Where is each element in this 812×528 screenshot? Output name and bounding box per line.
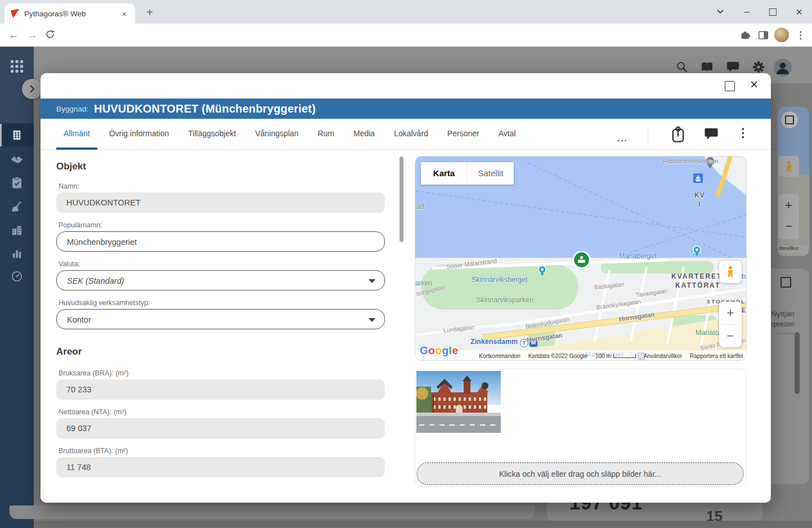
zoom-out-button[interactable]: − [719,325,742,347]
map-label: EN [742,307,747,314]
field-label: Populärnamn: [56,221,385,229]
sidebar-expand-button[interactable] [22,79,42,99]
dialog-close-button[interactable]: × [747,77,761,92]
map-labels: RiddarholmskyrkanadSöder MälarstrandSkin… [415,156,747,361]
sidebar-item-cleaning[interactable] [0,195,34,218]
map-attribution-item[interactable]: Användarvillkor [644,353,682,359]
field-select[interactable]: SEK (Standard) [56,270,385,290]
attachments-icon[interactable] [671,126,685,143]
tab-tillaggsobjekt[interactable]: Tilläggsobjekt [181,119,243,150]
map-attribution-item[interactable]: Kortkommandon [479,353,520,359]
general-form: Objekt Namn:HUVUDKONTORETPopulärnamn:Mün… [56,158,385,486]
maximize-icon [769,8,777,16]
browser-menu-kebab-icon[interactable]: ⋮ [796,29,805,41]
sidebar-item-dashboard[interactable] [0,265,34,288]
field-label: Huvudsaklig verksamhetstyp: [56,299,385,307]
form-field: Valuta:SEK (Standard) [56,260,385,290]
map-label: Bastugatan [594,280,624,290]
background-scrollbar[interactable] [795,332,800,394]
form-scrollbar[interactable] [400,156,403,242]
map-label: I [698,200,700,208]
zoom-out-icon[interactable]: − [778,217,799,239]
field-input: 11 748 [56,457,385,477]
apps-grid-icon[interactable] [0,55,34,78]
tabs-overflow-button[interactable]: ... [617,133,628,143]
bar-chart-icon [11,248,23,259]
extensions-puzzle-icon[interactable] [740,30,751,41]
map-label: Lundagatan [443,323,475,334]
side-panel-icon[interactable] [758,30,769,41]
handshake-icon [11,155,23,163]
map-label: Riddarholmskyrkan [663,158,718,164]
building-photo[interactable] [416,371,501,433]
image-dropzone[interactable]: Klicka och välj eller drag och släpp bil… [416,462,744,485]
reload-icon[interactable] [45,30,55,40]
dialog-title: HUVUDKONTORET (Münchenbryggeriet) [94,102,316,115]
map-type-control[interactable]: Karta Satellit [421,162,514,185]
background-zoom-control[interactable]: + − [778,194,799,239]
sidebar-item-agreements[interactable] [0,148,34,171]
google-map[interactable]: TM TM RiddarholmskyrkanadSöder Mälarstra… [415,156,747,361]
map-zoom-control[interactable]: + − [719,302,742,347]
field-label: Bruksarea (BRA): (m²) [56,369,385,377]
sidebar-item-properties[interactable] [0,219,34,241]
tab-ovrig-information[interactable]: Övrig information [102,119,177,150]
map-label: ad [416,203,424,211]
tab-allmant[interactable]: Allmänt [56,119,97,150]
chat-icon[interactable] [727,61,739,73]
expand-panel-icon[interactable] [780,277,791,288]
object-type-label: Byggnad: [56,105,88,113]
browser-tab[interactable]: Pythagoras® Web × [5,3,135,24]
tab-vaningsplan[interactable]: Våningsplan [248,119,306,150]
comments-icon[interactable] [705,128,718,140]
sidebar [0,47,34,528]
sidebar-item-buildings[interactable] [0,124,34,146]
field-input[interactable]: Münchenbryggeriet [56,231,385,252]
pegman-icon[interactable] [778,156,799,177]
new-tab-button[interactable]: + [142,5,158,20]
zoom-in-button[interactable]: + [719,302,742,324]
form-field: Huvudsaklig verksamhetstyp:Kontor [56,299,385,329]
tab-title: Pythagoras® Web [24,10,119,18]
map-label: Zinkensdamm [470,338,518,346]
tab-personer[interactable]: Personer [440,119,487,150]
field-label: Nettoarea (NTA): (m²) [56,408,385,416]
back-icon[interactable]: ← [8,29,19,41]
forward-icon[interactable]: → [27,29,37,41]
map-attribution-item[interactable]: Rapportera ett kartfel [690,353,743,359]
browser-toolbar: ← → pim.pythagoras.se/py_datamanager_sal… [0,24,812,47]
tab-lokalvard[interactable]: Lokalvård [387,119,436,150]
images-panel: Klicka och välj eller drag och släpp bil… [415,369,747,487]
zoom-in-icon[interactable]: + [778,194,799,217]
manual-book-icon[interactable] [701,61,713,72]
close-tab-icon[interactable]: × [119,9,129,19]
tab-avtal[interactable]: Avtal [491,119,523,150]
dialog-maximize-button[interactable] [725,81,735,91]
window-close-button[interactable]: × [786,0,812,24]
gear-icon[interactable] [752,61,765,73]
sidebar-item-tasks[interactable] [0,171,34,194]
background-panel-text: erprester [768,320,795,328]
map-label: KV [694,191,705,199]
map-label: Hornsgatan [618,311,655,323]
field-select[interactable]: Kontor [56,309,385,329]
tab-rum[interactable]: Rum [310,119,342,150]
field-input: 69 037 [56,418,385,438]
map-type-satellit-button[interactable]: Satellit [468,162,514,185]
search-icon[interactable] [676,61,688,73]
window-menu-chevron-icon[interactable] [707,0,733,24]
browser-profile-avatar[interactable] [774,28,789,42]
building-icon [0,124,34,146]
sidebar-item-reports[interactable] [0,242,34,265]
tab-media[interactable]: Media [346,119,382,150]
pegman-control[interactable] [719,261,742,283]
window-maximize-button[interactable] [760,0,786,24]
form-field: Populärnamn:Münchenbryggeriet [56,221,385,252]
user-avatar-icon[interactable] [774,59,792,77]
map-type-karta-button[interactable]: Karta [421,162,468,185]
dialog-tab-bar: AllmäntÖvrig informationTilläggsobjektVå… [41,119,771,150]
gauge-icon [11,271,23,282]
window-minimize-button[interactable]: – [734,0,760,24]
dialog-menu-kebab-icon[interactable]: ⋮ [737,126,749,140]
expand-map-button[interactable] [781,111,798,128]
